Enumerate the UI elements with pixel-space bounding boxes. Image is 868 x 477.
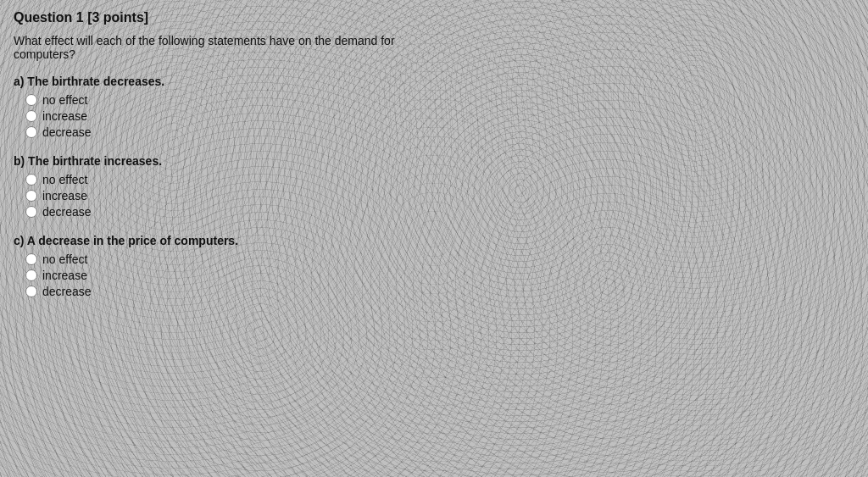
radio-a-increase-label: increase xyxy=(42,109,87,123)
radio-option-a-no-effect[interactable]: no effect xyxy=(25,93,410,107)
radio-option-c-increase[interactable]: increase xyxy=(25,269,410,282)
radio-a-no-effect[interactable] xyxy=(25,94,37,106)
sub-question-a: a) The birthrate decreases. no effect in… xyxy=(14,75,410,139)
radio-c-decrease-label: decrease xyxy=(42,285,92,298)
radio-b-increase[interactable] xyxy=(25,190,37,202)
radio-a-decrease-label: decrease xyxy=(42,125,92,139)
sub-question-b: b) The birthrate increases. no effect in… xyxy=(14,154,410,219)
radio-option-b-increase[interactable]: increase xyxy=(25,189,410,202)
sub-question-a-label: a) The birthrate decreases. xyxy=(14,75,410,88)
radio-option-a-increase[interactable]: increase xyxy=(25,109,410,123)
radio-a-no-effect-label: no effect xyxy=(42,93,87,107)
radio-a-increase[interactable] xyxy=(25,110,37,122)
radio-option-c-decrease[interactable]: decrease xyxy=(25,285,410,298)
radio-b-increase-label: increase xyxy=(42,189,87,202)
radio-option-b-no-effect[interactable]: no effect xyxy=(25,173,410,186)
radio-group-b: no effect increase decrease xyxy=(25,173,410,219)
radio-c-no-effect[interactable] xyxy=(25,253,37,265)
question-intro: What effect will each of the following s… xyxy=(14,34,410,61)
radio-b-no-effect[interactable] xyxy=(25,174,37,186)
sub-question-c-label: c) A decrease in the price of computers. xyxy=(14,234,410,247)
radio-option-b-decrease[interactable]: decrease xyxy=(25,205,410,219)
radio-b-decrease-label: decrease xyxy=(42,205,92,219)
sub-question-c: c) A decrease in the price of computers.… xyxy=(14,234,410,298)
radio-option-c-no-effect[interactable]: no effect xyxy=(25,252,410,266)
question-title: Question 1 [3 points] xyxy=(14,10,410,25)
radio-group-c: no effect increase decrease xyxy=(25,252,410,298)
radio-b-decrease[interactable] xyxy=(25,206,37,218)
question-content: Question 1 [3 points] What effect will e… xyxy=(0,0,424,324)
radio-c-increase[interactable] xyxy=(25,269,37,281)
radio-option-a-decrease[interactable]: decrease xyxy=(25,125,410,139)
sub-question-b-label: b) The birthrate increases. xyxy=(14,154,410,168)
radio-a-decrease[interactable] xyxy=(25,126,37,138)
radio-c-no-effect-label: no effect xyxy=(42,252,87,266)
radio-c-increase-label: increase xyxy=(42,269,87,282)
radio-group-a: no effect increase decrease xyxy=(25,93,410,139)
radio-b-no-effect-label: no effect xyxy=(42,173,87,186)
radio-c-decrease[interactable] xyxy=(25,286,37,297)
